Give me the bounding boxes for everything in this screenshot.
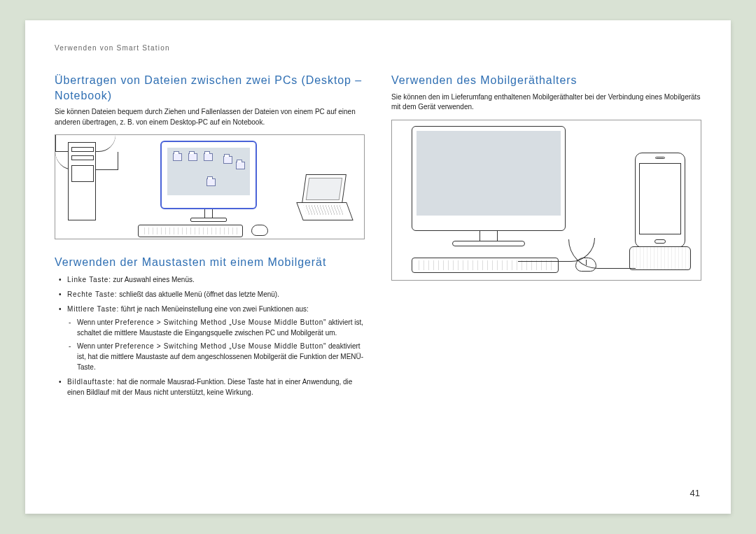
monitor-icon <box>412 126 566 231</box>
list-item: Linke Taste: zur Auswahl eines Menüs. <box>59 274 365 285</box>
figure-desktop-notebook <box>55 134 365 239</box>
heading-transfer-files: Übertragen von Dateien zwischen zwei PCs… <box>55 73 365 103</box>
smartphone-icon <box>635 153 685 248</box>
sublist-item: Wenn unter Preference > Switching Method… <box>67 341 365 372</box>
list-item: Bildlauftaste: hat die normale Mausrad-F… <box>59 377 365 398</box>
middle-button-sublist: Wenn unter Preference > Switching Method… <box>67 317 365 372</box>
sub2-emph: Preference > Switching Method „Use Mouse… <box>115 342 326 350</box>
manual-page: Verwenden von Smart Station Übertragen v… <box>25 20 731 514</box>
list-item: Rechte Taste: schließt das aktuelle Menü… <box>59 289 365 300</box>
tower-pc-icon <box>68 142 96 220</box>
term-middle-button: Mittlere Taste: <box>67 305 119 313</box>
figure-mobile-stand <box>391 120 701 281</box>
monitor-base-icon <box>452 241 525 246</box>
phone-dock-icon <box>629 246 691 270</box>
heading-mouse-mobile: Verwenden der Maustasten mit einem Mobil… <box>55 255 365 270</box>
term-scroll-button: Bildlauftaste: <box>67 378 115 386</box>
list-item: Mittlere Taste: führt je nach Menüeinste… <box>59 304 365 372</box>
term-right-button: Rechte Taste: <box>67 290 117 298</box>
mouse-icon <box>251 225 268 236</box>
left-column: Übertragen von Dateien zwischen zwei PCs… <box>55 73 365 402</box>
sub1-pre: Wenn unter <box>77 318 115 326</box>
right-column: Verwenden des Mobilgeräthalters Sie könn… <box>391 73 701 402</box>
header-section-label: Verwenden von Smart Station <box>55 44 701 52</box>
two-column-layout: Übertragen von Dateien zwischen zwei PCs… <box>55 73 701 402</box>
laptop-icon <box>301 174 351 223</box>
keyboard-icon <box>138 225 243 237</box>
desc-left-button: zur Auswahl eines Menüs. <box>111 276 195 283</box>
heading-mobile-stand: Verwenden des Mobilgeräthalters <box>391 73 701 88</box>
desc-right-button: schließt das aktuelle Menü (öffnet das l… <box>117 290 279 298</box>
mouse-button-list: Linke Taste: zur Auswahl eines Menüs. Re… <box>55 274 365 398</box>
paragraph-mobile-stand: Sie können den im Lieferumfang enthalten… <box>391 92 701 113</box>
sublist-item: Wenn unter Preference > Switching Method… <box>67 317 365 338</box>
monitor-icon <box>160 141 257 209</box>
paragraph-transfer-files: Sie können Dateien bequem durch Ziehen u… <box>55 107 365 127</box>
page-number: 41 <box>690 488 700 498</box>
term-left-button: Linke Taste: <box>67 276 111 283</box>
monitor-base-icon <box>190 218 227 222</box>
sub2-pre: Wenn unter <box>77 342 115 350</box>
desc-middle-button: führt je nach Menüeinstellung eine von z… <box>119 305 309 313</box>
sub1-emph: Preference > Switching Method „Use Mouse… <box>115 318 326 326</box>
